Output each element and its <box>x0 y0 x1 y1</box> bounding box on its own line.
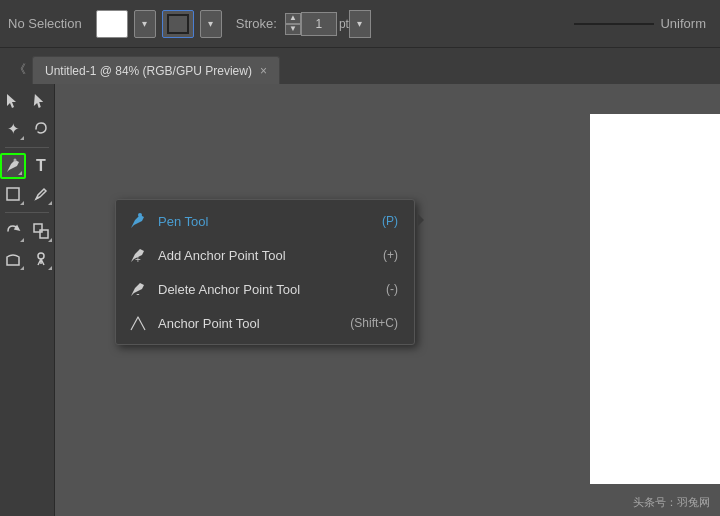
tab-title: Untitled-1 @ 84% (RGB/GPU Preview) <box>45 64 252 78</box>
rotate-scale-row <box>0 218 54 244</box>
scale-tool[interactable] <box>28 218 54 244</box>
add-anchor-shortcut: (+) <box>383 248 398 262</box>
svg-rect-5 <box>34 224 42 232</box>
stroke-preview-area: Uniform <box>377 16 712 31</box>
svg-text:-: - <box>136 288 139 298</box>
top-toolbar: No Selection ▾ ▾ Stroke: ▲ ▼ 1 pt ▾ Unif… <box>0 0 720 48</box>
pen-tool[interactable] <box>0 153 26 179</box>
selection-tool[interactable] <box>0 88 26 114</box>
canvas-area[interactable]: Pen Tool (P) + Add Anchor Point Tool (+) <box>55 84 720 516</box>
document-tab[interactable]: Untitled-1 @ 84% (RGB/GPU Preview) × <box>32 56 280 84</box>
pencil-tool[interactable] <box>28 181 54 207</box>
menu-expand-arrow <box>418 214 424 226</box>
menu-item-anchor-point[interactable]: Anchor Point Tool (Shift+C) <box>116 306 414 340</box>
main-area: ✦ T <box>0 84 720 516</box>
selection-label: No Selection <box>8 16 82 31</box>
separator-2 <box>5 212 49 213</box>
svg-point-2 <box>14 159 17 162</box>
delete-anchor-icon: - <box>128 279 148 299</box>
svg-text:+: + <box>135 254 141 264</box>
fill-dropdown[interactable]: ▾ <box>134 10 156 38</box>
tab-bar: 《 Untitled-1 @ 84% (RGB/GPU Preview) × <box>0 48 720 84</box>
type-tool[interactable]: T <box>28 153 54 179</box>
stroke-unit: pt <box>339 17 349 31</box>
warp-tool[interactable] <box>0 246 26 272</box>
svg-point-7 <box>38 253 44 259</box>
svg-marker-0 <box>7 94 16 108</box>
anchor-point-shortcut: (Shift+C) <box>350 316 398 330</box>
stroke-line-preview <box>574 23 654 25</box>
delete-anchor-shortcut: (-) <box>386 282 398 296</box>
canvas-page <box>590 114 720 484</box>
fill-swatch[interactable] <box>96 10 128 38</box>
left-toolbar: ✦ T <box>0 84 55 516</box>
svg-point-8 <box>138 213 142 217</box>
tab-close-button[interactable]: × <box>260 64 267 78</box>
menu-item-add-anchor[interactable]: + Add Anchor Point Tool (+) <box>116 238 414 272</box>
rect-pencil-row <box>0 181 54 207</box>
anchor-point-label: Anchor Point Tool <box>158 316 340 331</box>
watermark: 头条号：羽兔网 <box>633 495 710 510</box>
add-anchor-icon: + <box>128 245 148 265</box>
add-anchor-label: Add Anchor Point Tool <box>158 248 373 263</box>
stroke-decrement[interactable]: ▼ <box>285 24 301 35</box>
menu-item-delete-anchor[interactable]: - Delete Anchor Point Tool (-) <box>116 272 414 306</box>
puppet-warp-tool[interactable] <box>28 246 54 272</box>
pen-tool-shortcut: (P) <box>382 214 398 228</box>
stroke-value[interactable]: 1 <box>301 12 337 36</box>
stroke-stepper[interactable]: ▲ ▼ <box>285 13 301 35</box>
pen-tool-menu-icon <box>128 211 148 231</box>
rotate-tool[interactable] <box>0 218 26 244</box>
stroke-inner-box <box>167 14 189 34</box>
direct-selection-tool[interactable] <box>28 88 54 114</box>
menu-item-pen-tool[interactable]: Pen Tool (P) <box>116 204 414 238</box>
stroke-icon-box[interactable] <box>162 10 194 38</box>
pen-tool-label: Pen Tool <box>158 214 372 229</box>
stroke-unit-dropdown[interactable]: ▾ <box>349 10 371 38</box>
stroke-label: Stroke: <box>236 16 277 31</box>
magic-wand-tool[interactable]: ✦ <box>0 116 26 142</box>
rectangle-tool[interactable] <box>0 181 26 207</box>
delete-anchor-label: Delete Anchor Point Tool <box>158 282 376 297</box>
separator-1 <box>5 147 49 148</box>
wand-lasso-row: ✦ <box>0 116 54 142</box>
stroke-type-dropdown[interactable]: ▾ <box>200 10 222 38</box>
svg-rect-6 <box>40 230 48 238</box>
uniform-label: Uniform <box>660 16 706 31</box>
anchor-point-icon <box>128 313 148 333</box>
pen-tool-context-menu: Pen Tool (P) + Add Anchor Point Tool (+) <box>115 199 415 345</box>
svg-marker-1 <box>34 94 44 108</box>
stroke-increment[interactable]: ▲ <box>285 13 301 24</box>
lasso-tool[interactable] <box>28 116 54 142</box>
warp-row <box>0 246 54 272</box>
collapse-arrows[interactable]: 《 <box>14 61 26 78</box>
pen-tool-row: T <box>0 153 54 179</box>
svg-rect-3 <box>7 188 19 200</box>
selection-tool-row <box>0 88 54 114</box>
